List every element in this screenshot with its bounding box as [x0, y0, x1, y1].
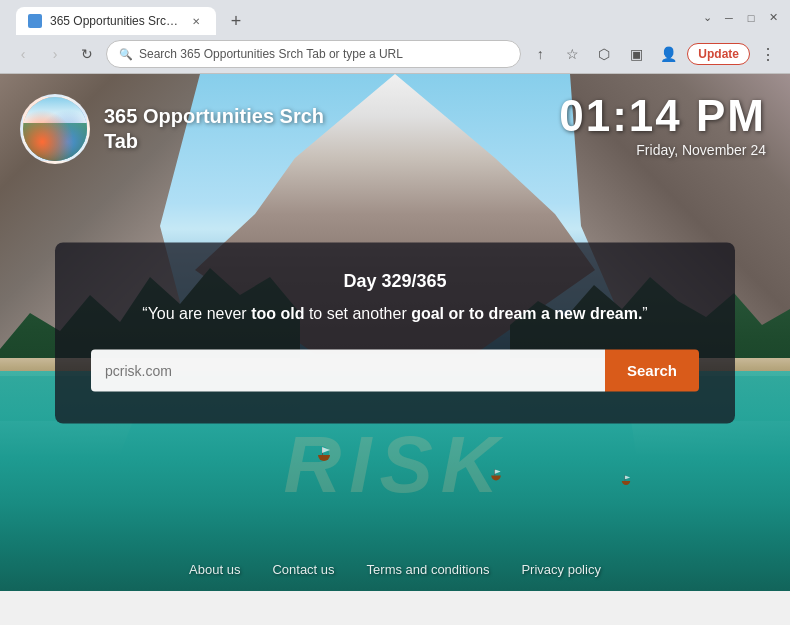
update-label: Update — [698, 47, 739, 61]
toolbar-icons: ↑ ☆ ⬡ ▣ 👤 Update ⋮ — [527, 41, 780, 67]
clock-container: 01:14 PM Friday, November 24 — [559, 94, 766, 158]
update-button[interactable]: Update — [687, 43, 750, 65]
search-button-label: Search — [627, 362, 677, 379]
footer-link-privacy[interactable]: Privacy policy — [521, 562, 600, 577]
logo-text: 365 Opportunities SrchTab — [104, 104, 324, 154]
overlay-panel: Day 329/365 “You are never too old to se… — [55, 242, 735, 423]
new-tab-button[interactable]: + — [222, 7, 250, 35]
clock-time: 01:14 PM — [559, 94, 766, 138]
forward-button[interactable]: › — [42, 41, 68, 67]
logo-container: 365 Opportunities SrchTab — [20, 94, 324, 164]
chevron-icon[interactable]: ⌄ — [698, 9, 716, 27]
extensions-icon[interactable]: ⬡ — [591, 41, 617, 67]
profile-icon[interactable]: 👤 — [655, 41, 681, 67]
title-bar: 365 Opportunities Srch Tab ✕ + ⌄ ─ □ ✕ — [0, 0, 790, 35]
reload-button[interactable]: ↻ — [74, 41, 100, 67]
close-button[interactable]: ✕ — [764, 9, 782, 27]
footer-link-terms[interactable]: Terms and conditions — [367, 562, 490, 577]
tab-close-button[interactable]: ✕ — [188, 13, 204, 29]
quote-text: “You are never too old to set another go… — [91, 301, 699, 325]
url-bar[interactable]: 🔍 Search 365 Opportunities Srch Tab or t… — [106, 40, 521, 68]
footer: About us Contact us Terms and conditions… — [0, 562, 790, 577]
logo-inner — [23, 97, 87, 161]
sidebar-icon[interactable]: ▣ — [623, 41, 649, 67]
maximize-button[interactable]: □ — [742, 9, 760, 27]
search-button[interactable]: Search — [605, 349, 699, 391]
active-tab[interactable]: 365 Opportunities Srch Tab ✕ — [16, 7, 216, 35]
tab-title: 365 Opportunities Srch Tab — [50, 14, 180, 28]
tab-favicon — [28, 14, 42, 28]
browser-chrome: 365 Opportunities Srch Tab ✕ + ⌄ ─ □ ✕ ‹… — [0, 0, 790, 74]
day-counter: Day 329/365 — [91, 270, 699, 291]
search-bar-container: Search — [91, 349, 699, 391]
back-button[interactable]: ‹ — [10, 41, 36, 67]
logo-circle — [20, 94, 90, 164]
share-icon[interactable]: ↑ — [527, 41, 553, 67]
tab-bar: 365 Opportunities Srch Tab ✕ + — [8, 0, 694, 35]
search-icon: 🔍 — [119, 48, 133, 61]
footer-link-about[interactable]: About us — [189, 562, 240, 577]
window-controls: ⌄ ─ □ ✕ — [698, 9, 782, 27]
watermark: RISK — [283, 419, 506, 511]
minimize-button[interactable]: ─ — [720, 9, 738, 27]
footer-link-contact[interactable]: Contact us — [272, 562, 334, 577]
clock-date: Friday, November 24 — [559, 142, 766, 158]
url-text: Search 365 Opportunities Srch Tab or typ… — [139, 47, 508, 61]
address-bar: ‹ › ↻ 🔍 Search 365 Opportunities Srch Ta… — [0, 35, 790, 73]
page-content: RISK 365 Opportunities SrchTab 01:14 PM … — [0, 74, 790, 591]
menu-button[interactable]: ⋮ — [756, 43, 780, 66]
bookmark-icon[interactable]: ☆ — [559, 41, 585, 67]
search-input[interactable] — [91, 349, 605, 391]
